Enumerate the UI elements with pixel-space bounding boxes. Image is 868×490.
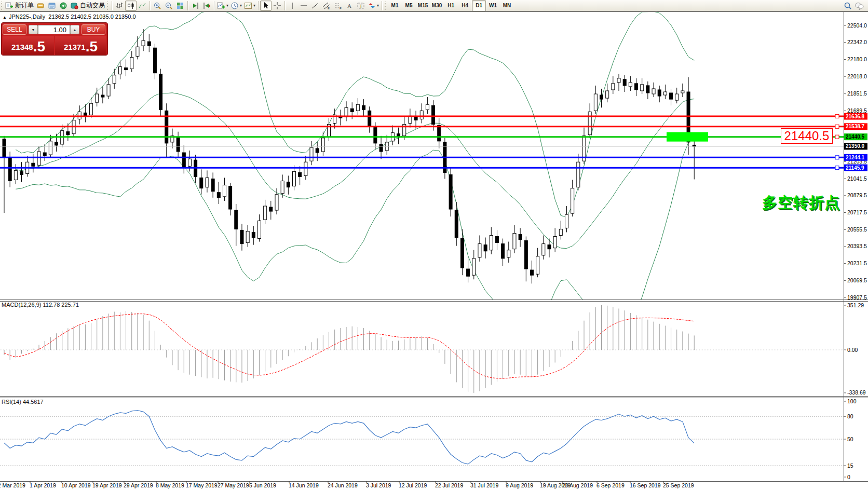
price-callout-label[interactable]: 21440.5 bbox=[781, 128, 833, 144]
trendline-tool-button[interactable] bbox=[309, 1, 321, 11]
buy-button[interactable]: BUY bbox=[82, 24, 105, 35]
toolbar-separator bbox=[150, 1, 150, 10]
symbol-triangle-icon: ▲ bbox=[3, 15, 7, 20]
toolbar-separator bbox=[214, 1, 214, 10]
chart-shift-icon bbox=[202, 2, 211, 10]
new-order-button[interactable]: 新订单 bbox=[4, 1, 35, 11]
buy-price-display[interactable]: 21371.5 bbox=[55, 36, 106, 55]
search-button[interactable] bbox=[842, 1, 853, 11]
sell-button[interactable]: SELL bbox=[3, 24, 26, 35]
zoom-in-button[interactable] bbox=[152, 1, 163, 11]
rsi-line bbox=[4, 411, 694, 465]
panel-separator[interactable] bbox=[0, 301, 868, 302]
panel-separator[interactable] bbox=[0, 300, 868, 300]
search-icon bbox=[844, 2, 852, 10]
chat-button[interactable] bbox=[853, 1, 865, 11]
new-order-icon bbox=[5, 2, 13, 10]
bar-chart-icon bbox=[115, 2, 124, 10]
chevron-down-icon: ▾ bbox=[377, 3, 379, 8]
text-label-icon: T bbox=[357, 2, 365, 10]
rsi-label: RSI(14) 44.5617 bbox=[2, 399, 44, 405]
toolbar-separator bbox=[258, 1, 259, 10]
autotrading-button[interactable]: 自动交易 bbox=[69, 1, 106, 11]
toolbar-grip[interactable] bbox=[1, 2, 3, 10]
volume-increase-button[interactable]: ▲ bbox=[70, 25, 79, 34]
timeframe-mn[interactable]: MN bbox=[500, 0, 514, 11]
toolbar-grip[interactable] bbox=[107, 2, 109, 10]
timeframe-w1[interactable]: W1 bbox=[486, 0, 500, 11]
quotes-icon bbox=[36, 2, 45, 10]
panel-separator[interactable] bbox=[0, 396, 868, 397]
signals-button[interactable] bbox=[58, 1, 69, 11]
toolbar-separator bbox=[284, 1, 285, 10]
timeframe-h4[interactable]: H4 bbox=[458, 0, 472, 11]
volume-input[interactable] bbox=[38, 25, 70, 34]
zoom-out-button[interactable] bbox=[163, 1, 174, 11]
rsi-panel bbox=[0, 411, 844, 466]
autotrading-label: 自动交易 bbox=[80, 1, 105, 10]
chart-ohlc-values: 21362.5 21402.5 21035.0 21350.0 bbox=[48, 13, 135, 20]
market-watch-button[interactable] bbox=[46, 1, 58, 11]
channel-tool-button[interactable]: E bbox=[321, 1, 332, 11]
arrows-icon bbox=[368, 2, 376, 10]
timeframe-m5[interactable]: M5 bbox=[402, 0, 416, 11]
buy-price-main: 21371 bbox=[64, 39, 86, 55]
toolbar: 新订单 自动交易 ▾ ▾ ▾ bbox=[0, 0, 868, 11]
quotes-button[interactable] bbox=[35, 1, 46, 11]
turning-point-text[interactable]: 多空转折点 bbox=[762, 193, 840, 213]
zoom-out-icon bbox=[165, 2, 173, 10]
candlestick-chart-button[interactable] bbox=[125, 1, 137, 11]
timeframe-d1[interactable]: D1 bbox=[472, 0, 486, 11]
macd-label: MACD(12,26,9) 112.78 225.71 bbox=[2, 302, 79, 308]
panel-separator[interactable] bbox=[0, 398, 868, 398]
toolbar-separator bbox=[382, 1, 382, 10]
trendline-icon bbox=[311, 2, 319, 10]
chart-area[interactable] bbox=[0, 12, 844, 300]
time-axis[interactable] bbox=[0, 481, 844, 490]
autotrading-icon bbox=[70, 2, 78, 10]
line-chart-icon bbox=[138, 2, 146, 10]
chart-shift-button[interactable] bbox=[201, 1, 212, 11]
fibonacci-icon: F bbox=[334, 2, 342, 10]
volume-decrease-button[interactable]: ▼ bbox=[29, 25, 38, 34]
svg-text:E: E bbox=[328, 7, 330, 10]
auto-scroll-button[interactable] bbox=[189, 1, 201, 11]
sell-price-display[interactable]: 21348.5 bbox=[3, 36, 54, 55]
chart-symbol-period: JPN225-,Daily bbox=[9, 13, 45, 20]
tile-windows-button[interactable] bbox=[174, 1, 186, 11]
crosshair-tool-button[interactable] bbox=[272, 1, 283, 11]
periods-button[interactable]: ▾ bbox=[229, 1, 243, 11]
chevron-down-icon: ▾ bbox=[240, 3, 242, 8]
cursor-tool-button[interactable] bbox=[260, 1, 272, 11]
candlestick-chart-icon bbox=[127, 2, 135, 10]
vertical-line-tool-button[interactable] bbox=[287, 1, 298, 11]
one-click-trading-widget: SELL ▼ ▲ BUY 21348.5 21371.5 bbox=[1, 22, 108, 56]
timeframe-m30[interactable]: M30 bbox=[430, 0, 444, 11]
line-chart-button[interactable] bbox=[137, 1, 148, 11]
timeframe-toolbar: M1M5M15M30H1H4D1W1MN bbox=[388, 0, 514, 11]
text-label-tool-button[interactable]: T bbox=[355, 1, 367, 11]
chevron-down-icon: ▾ bbox=[226, 3, 228, 8]
vertical-line-icon bbox=[288, 2, 296, 10]
equidistant-channel-icon: E bbox=[322, 2, 331, 10]
bar-chart-button[interactable] bbox=[114, 1, 125, 11]
sell-price-main: 21348 bbox=[11, 39, 33, 55]
price-axis[interactable] bbox=[844, 11, 868, 481]
horizontal-line-tool-button[interactable] bbox=[298, 1, 309, 11]
fibonacci-tool-button[interactable]: F bbox=[332, 1, 344, 11]
text-tool-button[interactable]: A bbox=[344, 1, 355, 11]
terminal-window: 新订单 自动交易 ▾ ▾ ▾ bbox=[0, 0, 868, 490]
indicators-button[interactable]: ▾ bbox=[216, 1, 229, 11]
arrows-tool-button[interactable]: ▾ bbox=[367, 1, 380, 11]
timeframe-m15[interactable]: M15 bbox=[416, 0, 430, 11]
new-order-label: 新订单 bbox=[15, 1, 34, 10]
svg-text:F: F bbox=[340, 7, 342, 10]
timeframe-h1[interactable]: H1 bbox=[444, 0, 458, 11]
toolbar-grip[interactable] bbox=[385, 2, 387, 10]
market-watch-icon bbox=[48, 2, 56, 10]
template-icon bbox=[244, 2, 252, 10]
timeframe-m1[interactable]: M1 bbox=[388, 0, 402, 11]
indicators-icon bbox=[217, 2, 225, 10]
templates-button[interactable]: ▾ bbox=[243, 1, 256, 11]
cursor-icon bbox=[262, 2, 270, 10]
